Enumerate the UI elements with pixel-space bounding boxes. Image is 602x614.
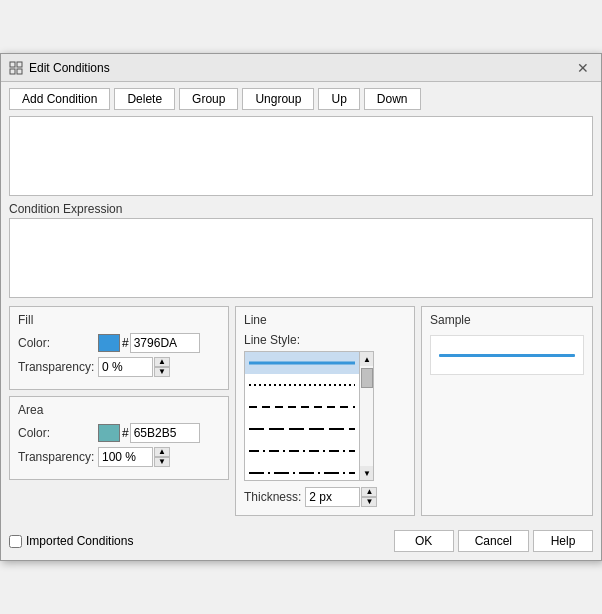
fill-transparency-down[interactable]: ▼: [154, 367, 170, 377]
line-style-dotted[interactable]: [245, 374, 359, 396]
ok-button[interactable]: OK: [394, 530, 454, 552]
thickness-row: Thickness: ▲ ▼: [244, 487, 406, 507]
svg-rect-3: [17, 69, 22, 74]
thickness-input[interactable]: [305, 487, 360, 507]
area-transparency-down[interactable]: ▼: [154, 457, 170, 467]
line-style-dashed-short[interactable]: [245, 396, 359, 418]
fill-area-column: Fill Color: # Transparency: ▲: [9, 306, 229, 516]
thickness-label: Thickness:: [244, 490, 301, 504]
svg-rect-2: [10, 69, 15, 74]
sample-section: Sample: [421, 306, 593, 516]
area-transparency-input[interactable]: [98, 447, 153, 467]
dialog-icon: [9, 61, 23, 75]
sample-line: [439, 354, 576, 357]
conditions-tree[interactable]: [9, 116, 593, 196]
fill-transparency-label: Transparency:: [18, 360, 98, 374]
svg-rect-0: [10, 62, 15, 67]
imported-conditions-label: Imported Conditions: [26, 534, 133, 548]
bottom-sections: Fill Color: # Transparency: ▲: [9, 306, 593, 516]
line-style-list-container: ▲ ▼: [244, 351, 406, 481]
fill-transparency-spinner: ▲ ▼: [98, 357, 170, 377]
add-condition-button[interactable]: Add Condition: [9, 88, 110, 110]
area-transparency-up[interactable]: ▲: [154, 447, 170, 457]
fill-transparency-up[interactable]: ▲: [154, 357, 170, 367]
dialog-footer: Imported Conditions OK Cancel Help: [1, 524, 601, 560]
help-button[interactable]: Help: [533, 530, 593, 552]
area-transparency-row: Transparency: ▲ ▼: [18, 447, 220, 467]
svg-rect-1: [17, 62, 22, 67]
up-button[interactable]: Up: [318, 88, 359, 110]
line-title: Line: [244, 313, 406, 327]
sample-preview: [430, 335, 584, 375]
area-title: Area: [18, 403, 220, 417]
sample-title: Sample: [430, 313, 584, 327]
line-style-list[interactable]: ▲ ▼: [244, 351, 374, 481]
fill-color-swatch[interactable]: [98, 334, 120, 352]
title-bar: Edit Conditions ✕: [1, 54, 601, 82]
line-section: Line Line Style:: [235, 306, 415, 516]
close-button[interactable]: ✕: [573, 58, 593, 78]
ungroup-button[interactable]: Ungroup: [242, 88, 314, 110]
area-color-swatch[interactable]: [98, 424, 120, 442]
fill-color-label: Color:: [18, 336, 98, 350]
imported-conditions-row: Imported Conditions: [9, 534, 133, 548]
imported-conditions-checkbox[interactable]: [9, 535, 22, 548]
thickness-up[interactable]: ▲: [361, 487, 377, 497]
toolbar: Add Condition Delete Group Ungroup Up Do…: [1, 82, 601, 116]
area-color-input[interactable]: [130, 423, 200, 443]
edit-conditions-dialog: Edit Conditions ✕ Add Condition Delete G…: [0, 53, 602, 561]
dialog-title: Edit Conditions: [29, 61, 573, 75]
area-color-row: Color: #: [18, 423, 220, 443]
scroll-thumb[interactable]: [361, 368, 373, 388]
line-style-dash-dot[interactable]: [245, 440, 359, 462]
footer-buttons: OK Cancel Help: [394, 530, 593, 552]
fill-transparency-input[interactable]: [98, 357, 153, 377]
fill-color-input[interactable]: [130, 333, 200, 353]
line-style-dashed-long[interactable]: [245, 418, 359, 440]
line-style-solid[interactable]: [245, 352, 359, 374]
down-button[interactable]: Down: [364, 88, 421, 110]
line-style-row: Line Style:: [244, 333, 406, 347]
thickness-down[interactable]: ▼: [361, 497, 377, 507]
thickness-spinner: ▲ ▼: [305, 487, 377, 507]
area-section: Area Color: # Transparency: ▲: [9, 396, 229, 480]
scroll-up-button[interactable]: ▲: [360, 352, 374, 366]
group-button[interactable]: Group: [179, 88, 238, 110]
area-transparency-spinner: ▲ ▼: [98, 447, 170, 467]
line-style-long-dash-dot[interactable]: [245, 462, 359, 481]
condition-expression-panel[interactable]: [9, 218, 593, 298]
fill-title: Fill: [18, 313, 220, 327]
line-style-label: Line Style:: [244, 333, 314, 347]
scroll-down-button[interactable]: ▼: [360, 466, 374, 480]
main-content: Condition Expression Fill Color: # Trans…: [1, 116, 601, 516]
area-transparency-label: Transparency:: [18, 450, 98, 464]
line-style-scrollbar: ▲ ▼: [359, 352, 373, 480]
delete-button[interactable]: Delete: [114, 88, 175, 110]
fill-section: Fill Color: # Transparency: ▲: [9, 306, 229, 390]
cancel-button[interactable]: Cancel: [458, 530, 529, 552]
fill-transparency-row: Transparency: ▲ ▼: [18, 357, 220, 377]
condition-expression-label: Condition Expression: [9, 202, 593, 216]
fill-color-row: Color: #: [18, 333, 220, 353]
area-color-label: Color:: [18, 426, 98, 440]
